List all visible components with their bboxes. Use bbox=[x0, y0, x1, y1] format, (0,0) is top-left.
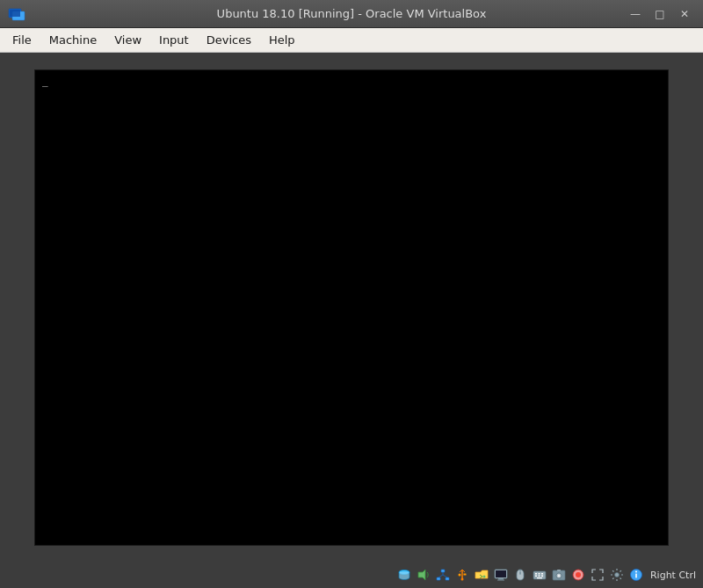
svg-point-14 bbox=[458, 574, 460, 577]
svg-rect-21 bbox=[496, 570, 506, 577]
svg-rect-23 bbox=[497, 580, 504, 581]
svg-rect-2 bbox=[10, 10, 20, 17]
maximize-button[interactable]: □ bbox=[649, 4, 671, 24]
screenshot-icon[interactable] bbox=[550, 566, 568, 584]
vm-screen[interactable]: _ bbox=[34, 69, 669, 546]
minimize-button[interactable]: — bbox=[624, 4, 647, 24]
window-title: Ubuntu 18.10 [Running] - Oracle VM Virtu… bbox=[217, 7, 487, 20]
vm-container: _ bbox=[0, 53, 703, 562]
svg-rect-5 bbox=[441, 570, 445, 572]
usb-icon[interactable] bbox=[453, 566, 471, 584]
virtualbox-logo bbox=[7, 4, 26, 24]
svg-marker-4 bbox=[418, 570, 425, 580]
svg-point-36 bbox=[557, 575, 560, 577]
svg-rect-29 bbox=[541, 573, 543, 575]
svg-rect-32 bbox=[541, 576, 543, 577]
right-ctrl-label: Right Ctrl bbox=[650, 570, 696, 581]
storage-icon[interactable] bbox=[395, 566, 413, 584]
status-bar: Right Ctrl bbox=[0, 562, 703, 588]
audio-icon[interactable] bbox=[415, 566, 432, 584]
svg-rect-31 bbox=[538, 576, 540, 577]
svg-point-17 bbox=[482, 576, 485, 578]
shared-folders-icon[interactable] bbox=[473, 566, 490, 584]
keyboard-icon[interactable] bbox=[531, 566, 548, 584]
svg-rect-22 bbox=[498, 578, 504, 580]
menu-item-file[interactable]: File bbox=[4, 30, 40, 50]
svg-rect-33 bbox=[537, 577, 542, 578]
menu-bar: FileMachineViewInputDevicesHelp bbox=[0, 28, 703, 53]
svg-rect-30 bbox=[535, 576, 537, 577]
svg-line-9 bbox=[438, 575, 443, 577]
mouse-icon[interactable] bbox=[511, 566, 529, 584]
close-button[interactable]: ✕ bbox=[673, 4, 696, 24]
svg-rect-7 bbox=[446, 577, 449, 580]
svg-rect-27 bbox=[535, 573, 537, 575]
svg-point-25 bbox=[519, 572, 521, 574]
title-bar-controls: — □ ✕ bbox=[624, 4, 696, 24]
vm-cursor: _ bbox=[42, 76, 48, 87]
svg-point-16 bbox=[460, 578, 463, 581]
settings-icon[interactable] bbox=[608, 566, 626, 584]
svg-rect-6 bbox=[437, 577, 440, 580]
title-bar: Ubuntu 18.10 [Running] - Oracle VM Virtu… bbox=[0, 0, 703, 28]
menu-item-help[interactable]: Help bbox=[260, 30, 304, 50]
svg-rect-37 bbox=[557, 570, 561, 571]
menu-item-view[interactable]: View bbox=[105, 30, 150, 50]
network-icon[interactable] bbox=[434, 566, 452, 584]
svg-point-39 bbox=[576, 572, 581, 577]
svg-point-40 bbox=[614, 573, 619, 577]
fullscreen-icon[interactable] bbox=[589, 566, 606, 584]
menu-item-input[interactable]: Input bbox=[150, 30, 198, 50]
record-icon[interactable] bbox=[569, 566, 587, 584]
svg-line-10 bbox=[443, 575, 447, 577]
menu-item-machine[interactable]: Machine bbox=[40, 30, 105, 50]
svg-rect-15 bbox=[463, 574, 466, 576]
svg-rect-42 bbox=[635, 574, 637, 578]
svg-point-43 bbox=[635, 571, 637, 573]
session-icon[interactable] bbox=[627, 566, 645, 584]
display-icon[interactable] bbox=[492, 566, 510, 584]
menu-item-devices[interactable]: Devices bbox=[198, 30, 260, 50]
svg-rect-28 bbox=[538, 573, 540, 575]
title-bar-left bbox=[7, 4, 26, 24]
